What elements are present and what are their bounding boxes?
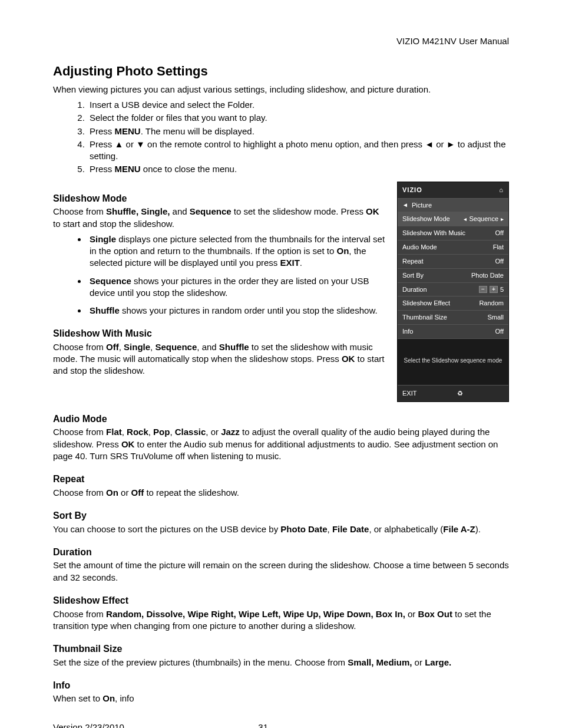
back-arrow-icon[interactable]: ◄: [402, 201, 408, 209]
footer-version: Version 2/23/2010: [53, 722, 258, 728]
intro-text: When viewing pictures you can adjust var…: [53, 84, 509, 95]
sort-by-text: You can choose to sort the pictures on t…: [53, 523, 509, 535]
menu-row-label: Repeat: [402, 257, 423, 266]
slideshow-mode-text: Choose from Shuffle, Single, and Sequenc…: [53, 206, 386, 230]
heading-info: Info: [53, 679, 509, 692]
menu-row[interactable]: Slideshow With MusicOff: [398, 226, 508, 241]
menu-footer: EXIT ♻: [398, 385, 508, 401]
audio-mode-text: Choose from Flat, Rock, Pop, Classic, or…: [53, 426, 509, 462]
bullet-shuffle: Shuffle shows your pictures in random or…: [87, 305, 386, 317]
menu-row[interactable]: Thumbnail SizeSmall: [398, 311, 508, 325]
plus-icon[interactable]: +: [490, 286, 498, 293]
step-1: Insert a USB device and select the Folde…: [87, 99, 509, 111]
menu-row-value: Off: [495, 327, 504, 336]
info-text: When set to On, info: [53, 693, 509, 704]
footer-page-number: 31: [258, 722, 509, 728]
menu-row-value: Off: [495, 257, 504, 266]
menu-row-value: Off: [495, 229, 504, 238]
menu-row[interactable]: Slideshow Mode◂ Sequence ▸: [398, 212, 508, 226]
heading-duration: Duration: [53, 546, 509, 559]
right-icon: ►: [447, 139, 455, 149]
step-4: Press ▲ or ▼ on the remote control to hi…: [87, 139, 509, 163]
up-icon: ▲: [115, 139, 124, 149]
exit-button[interactable]: EXIT: [402, 389, 416, 398]
bullet-single: Single displays one picture selected fro…: [87, 233, 386, 269]
down-icon: ▼: [136, 139, 145, 149]
heading-thumbnail: Thumbnail Size: [53, 643, 509, 655]
menu-row-value: Small: [487, 313, 504, 322]
effect-text: Choose from Random, Dissolve, Wipe Right…: [53, 608, 509, 633]
step-3: Press MENU. The menu will be displayed.: [87, 126, 509, 137]
heading-slideshow-mode: Slideshow Mode: [53, 192, 386, 205]
menu-row-value: Flat: [493, 243, 504, 252]
thumbnail-text: Set the size of the preview pictures (th…: [53, 657, 509, 668]
menu-row[interactable]: Sort ByPhoto Date: [398, 269, 508, 283]
osd-menu: VIZIO ⌂ ◄ Picture Slideshow Mode◂ Sequen…: [397, 182, 509, 402]
home-icon[interactable]: ⌂: [499, 186, 504, 195]
page-footer: Version 2/23/2010 31 www.VIZIO.com: [53, 722, 509, 728]
menu-row[interactable]: Slideshow EffectRandom: [398, 297, 508, 311]
menu-row-value: ◂ Sequence ▸: [464, 215, 504, 223]
menu-row[interactable]: RepeatOff: [398, 255, 508, 269]
brand-logo: VIZIO: [402, 186, 422, 195]
left-arrow-icon[interactable]: ◂: [464, 215, 467, 223]
heading-with-music: Slideshow With Music: [53, 327, 386, 340]
header-right: VIZIO M421NV User Manual: [53, 35, 509, 47]
step-5: Press MENU once to close the menu.: [87, 163, 509, 175]
menu-row-label: Sort By: [402, 271, 424, 280]
heading-repeat: Repeat: [53, 473, 509, 486]
repeat-text: Choose from On or Off to repeat the slid…: [53, 487, 509, 499]
left-icon: ◄: [425, 139, 434, 149]
step-2: Select the folder or files that you want…: [87, 112, 509, 124]
menu-row[interactable]: InfoOff: [398, 325, 508, 339]
menu-help-text: Select the Slideshow sequence mode: [398, 339, 508, 385]
slideshow-mode-bullets: Single displays one picture selected fro…: [53, 233, 386, 317]
minus-icon[interactable]: −: [479, 286, 487, 293]
menu-row-label: Info: [402, 327, 413, 336]
with-music-text: Choose from Off, Single, Sequence, and S…: [53, 341, 386, 377]
menu-row-label: Slideshow With Music: [402, 229, 465, 238]
steps-list: Insert a USB device and select the Folde…: [53, 99, 509, 176]
menu-row-label: Thumbnail Size: [402, 313, 447, 322]
heading-effect: Slideshow Effect: [53, 594, 509, 607]
menu-row[interactable]: Audio ModeFlat: [398, 241, 508, 255]
right-arrow-icon[interactable]: ▸: [501, 215, 504, 223]
duration-text: Set the amount of time the picture will …: [53, 559, 509, 584]
page-title: Adjusting Photo Settings: [53, 62, 509, 80]
menu-brand-row: VIZIO ⌂: [398, 182, 508, 199]
menu-breadcrumb[interactable]: ◄ Picture: [398, 199, 508, 213]
heading-sort-by: Sort By: [53, 509, 509, 522]
menu-row-label: Slideshow Effect: [402, 299, 450, 308]
menu-row-label: Duration: [402, 285, 427, 294]
menu-row-label: Audio Mode: [402, 243, 437, 252]
heading-audio-mode: Audio Mode: [53, 413, 509, 426]
breadcrumb-label: Picture: [412, 201, 432, 210]
bullet-sequence: Sequence shows your pictures in the orde…: [87, 275, 386, 299]
menu-row-value: Photo Date: [471, 271, 504, 280]
menu-row[interactable]: Duration−+5: [398, 283, 508, 297]
menu-row-value: −+5: [479, 285, 504, 294]
menu-row-value: Random: [479, 299, 504, 308]
footer-icon: ♻: [457, 389, 463, 398]
menu-row-label: Slideshow Mode: [402, 215, 450, 223]
